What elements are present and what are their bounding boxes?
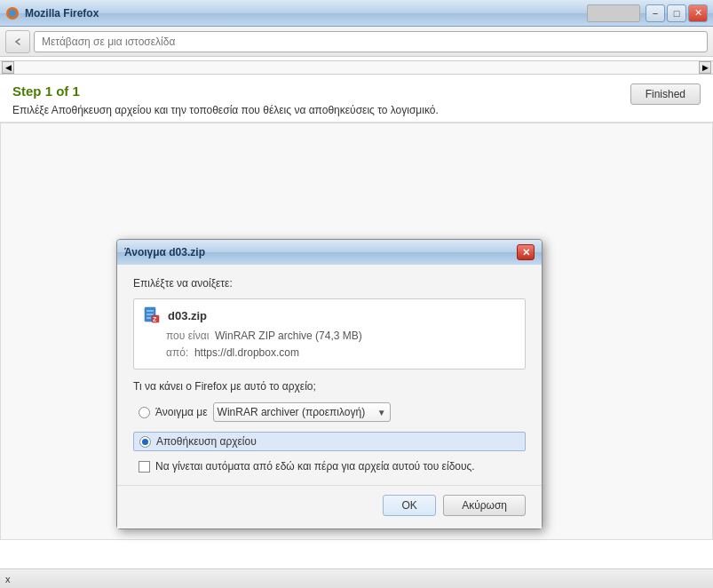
address-bar[interactable]	[34, 31, 708, 52]
file-source: https://dl.dropbox.com	[194, 346, 299, 359]
open-with-radio[interactable]	[139, 407, 150, 418]
dialog-titlebar: Άνοιγμα d03.zip ✕	[117, 240, 542, 265]
finished-button[interactable]: Finished	[630, 83, 701, 105]
section-label: Επιλέξτε να ανοίξετε:	[133, 277, 526, 290]
titlebar: Mozilla Firefox − □ ✕	[0, 0, 713, 27]
open-with-label: Άνοιγμα με	[155, 406, 208, 418]
toolbar	[0, 27, 713, 57]
step-title: Step 1 of 1	[12, 83, 701, 99]
dialog-body: Επιλέξτε να ανοίξετε: Z d03.z	[117, 265, 542, 485]
file-meta: που είναι WinRAR ZIP archive (74,3 MB) α…	[166, 328, 516, 362]
auto-action-checkbox[interactable]	[139, 461, 150, 473]
file-name-row: Z d03.zip	[143, 306, 516, 324]
file-source-label: από:	[166, 346, 188, 359]
horizontal-scrollbar: ◀ ▶	[0, 60, 713, 75]
maximize-button[interactable]: □	[667, 4, 686, 22]
action-label: Τι να κάνει ο Firefox με αυτό το αρχείο;	[133, 380, 526, 393]
firefox-icon	[5, 6, 20, 20]
statusbar: x	[0, 568, 713, 588]
step-description: Επιλέξε Αποθήκευση αρχείου και την τοποθ…	[12, 104, 701, 116]
dialog-close-button[interactable]: ✕	[517, 244, 535, 260]
save-file-row: Αποθήκευση αρχείου	[133, 432, 526, 451]
file-info-box: Z d03.zip που είναι WinRAR ZIP archive (…	[133, 298, 526, 369]
file-type: WinRAR ZIP archive (74,3 MB)	[215, 330, 362, 342]
dropdown-arrow: ▼	[377, 408, 386, 417]
open-with-dropdown[interactable]: WinRAR archiver (προεπιλογή) ▼	[213, 402, 391, 422]
dialog-footer: OK Ακύρωση	[117, 485, 542, 528]
dialog-title: Άνοιγμα d03.zip	[124, 246, 517, 258]
svg-rect-4	[147, 314, 154, 315]
auto-action-label: Να γίνεται αυτόματα από εδώ και πέρα για…	[155, 460, 475, 473]
svg-point-1	[9, 10, 16, 17]
file-dialog: Άνοιγμα d03.zip ✕ Επιλέξτε να ανοίξετε:	[116, 239, 543, 529]
file-type-label: που είναι	[166, 330, 209, 342]
close-button[interactable]: ✕	[688, 4, 708, 22]
auto-action-row: Να γίνεται αυτόματα από εδώ και πέρα για…	[133, 460, 526, 473]
status-text: x	[5, 574, 11, 584]
save-file-radio[interactable]	[139, 436, 151, 448]
svg-rect-3	[147, 310, 154, 312]
save-file-label: Αποθήκευση αρχείου	[156, 435, 257, 448]
scroll-right-arrow[interactable]: ▶	[699, 61, 711, 74]
scroll-left-arrow[interactable]: ◀	[2, 61, 14, 74]
window-title: Mozilla Firefox	[25, 7, 587, 20]
action-section: Τι να κάνει ο Firefox με αυτό το αρχείο;…	[133, 380, 526, 451]
cancel-button[interactable]: Ακύρωση	[443, 495, 526, 516]
svg-text:Z: Z	[153, 316, 157, 322]
file-icon: Z	[143, 306, 161, 324]
ok-button[interactable]: OK	[383, 495, 436, 516]
open-with-row: Άνοιγμα με WinRAR archiver (προεπιλογή) …	[133, 400, 526, 425]
window-controls: − □ ✕	[587, 4, 708, 22]
minimize-button[interactable]: −	[646, 4, 665, 22]
svg-rect-5	[147, 317, 151, 319]
open-with-value: WinRAR archiver (προεπιλογή)	[218, 406, 366, 418]
file-name: d03.zip	[168, 309, 207, 322]
content-area: Άνοιγμα d03.zip ✕ Επιλέξτε να ανοίξετε:	[0, 123, 713, 540]
scroll-track	[14, 61, 699, 74]
back-button[interactable]	[5, 30, 30, 53]
